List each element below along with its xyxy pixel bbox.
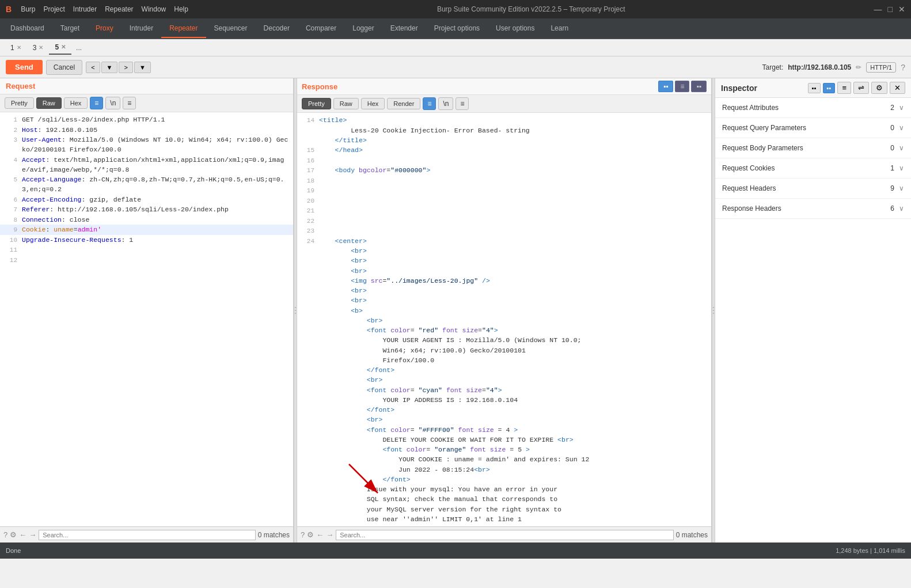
inspector-view-btn-2[interactable]: ▪▪ xyxy=(823,83,836,93)
response-render-button[interactable]: Render xyxy=(387,98,420,109)
request-newline-icon[interactable]: \n xyxy=(105,97,120,109)
response-line-delete: DELETE YOUR COOKIE OR WAIT FOR IT TO EXP… xyxy=(297,435,711,445)
titlebar-menu: Burp Project Intruder Repeater Window He… xyxy=(21,5,188,13)
tab-project-options[interactable]: Project options xyxy=(426,20,488,38)
response-line-br3: <br> xyxy=(297,266,711,276)
repeater-tab-5[interactable]: 5 ✕ xyxy=(49,41,71,55)
close-tab-3-icon[interactable]: ✕ xyxy=(39,44,43,51)
panels-row: Request Pretty Raw Hex ≡ \n ≡ 1 GET /sql… xyxy=(0,78,911,543)
response-hex-button[interactable]: Hex xyxy=(361,98,385,109)
request-hex-button[interactable]: Hex xyxy=(64,97,88,109)
response-settings-icon[interactable]: ⚙ xyxy=(307,530,314,539)
response-raw-button[interactable]: Raw xyxy=(333,98,359,109)
response-line-24: 24 <center> xyxy=(297,236,711,246)
response-search-input[interactable] xyxy=(336,530,673,540)
response-line-br5: <br> xyxy=(297,295,711,305)
tab-proxy[interactable]: Proxy xyxy=(88,20,122,38)
inspector-view-btn-1[interactable]: ▪▪ xyxy=(808,83,821,93)
inspector-row-request-attributes[interactable]: Request Attributes 2 ∨ xyxy=(715,98,911,118)
response-line-21: 21 xyxy=(297,206,711,216)
tab-decoder[interactable]: Decoder xyxy=(256,20,298,38)
nav-prev-dropdown[interactable]: ▼ xyxy=(101,62,118,73)
tab-learn[interactable]: Learn xyxy=(542,20,576,38)
edit-target-icon[interactable]: ✏ xyxy=(856,63,861,71)
response-panel-title: Response xyxy=(302,82,337,91)
request-line-3: 3 User-Agent: Mozilla/5.0 (Windows NT 10… xyxy=(0,135,293,155)
maximize-button[interactable]: □ xyxy=(888,5,893,14)
inspector-row-body-params[interactable]: Request Body Parameters 0 ∨ xyxy=(715,138,911,158)
repeater-tab-1[interactable]: 1 ✕ xyxy=(5,41,27,54)
tab-repeater[interactable]: Repeater xyxy=(161,20,206,38)
menu-burp[interactable]: Burp xyxy=(21,5,35,13)
tab-user-options[interactable]: User options xyxy=(488,20,542,38)
response-line-font-orange: <font color= "orange" font size = 5 > xyxy=(297,445,711,454)
response-line-20: 20 xyxy=(297,196,711,206)
tab-intruder[interactable]: Intruder xyxy=(122,20,161,38)
tab-target[interactable]: Target xyxy=(52,20,88,38)
response-line-br7: <br> xyxy=(297,375,711,385)
close-tab-5-icon[interactable]: ✕ xyxy=(61,44,66,50)
request-pretty-button[interactable]: Pretty xyxy=(5,97,34,109)
tab-sequencer[interactable]: Sequencer xyxy=(206,20,256,38)
response-table-icon[interactable]: ≡ xyxy=(423,97,436,110)
response-line-br8: <br> xyxy=(297,415,711,424)
send-button[interactable]: Send xyxy=(6,60,43,74)
request-help-icon[interactable]: ? xyxy=(3,530,7,539)
tab-dashboard[interactable]: Dashboard xyxy=(2,20,52,38)
tab-extender[interactable]: Extender xyxy=(382,20,426,38)
response-panel-header-row: Response ▪▪ ≡ ▪▪ xyxy=(297,78,711,95)
request-line-9: 9 Cookie: uname=admin' xyxy=(0,225,293,235)
tab-comparer[interactable]: Comparer xyxy=(298,20,344,38)
menu-window[interactable]: Window xyxy=(142,5,166,13)
request-nav-prev-icon[interactable]: ← xyxy=(19,530,26,539)
nav-next-button[interactable]: > xyxy=(119,62,132,73)
request-table-icon[interactable]: ≡ xyxy=(90,97,103,109)
inspector-row-resp-headers[interactable]: Response Headers 6 ∨ xyxy=(715,199,911,219)
repeater-tab-3[interactable]: 3 ✕ xyxy=(27,41,50,54)
request-nav-next-icon[interactable]: → xyxy=(29,530,36,539)
cancel-button[interactable]: Cancel xyxy=(46,60,82,75)
inspector-settings-icon[interactable]: ⚙ xyxy=(871,82,887,94)
menu-repeater[interactable]: Repeater xyxy=(105,5,133,13)
menu-intruder[interactable]: Intruder xyxy=(73,5,97,13)
inspector-row-req-headers[interactable]: Request Headers 9 ∨ xyxy=(715,179,911,199)
menu-help[interactable]: Help xyxy=(174,5,188,13)
inspector-close-icon[interactable]: ✕ xyxy=(890,82,905,94)
more-tabs-button[interactable]: ... xyxy=(71,41,86,54)
help-icon[interactable]: ? xyxy=(901,63,905,72)
response-toggle-split-icon[interactable]: ▪▪ xyxy=(658,81,674,92)
http-version-badge[interactable]: HTTP/1 xyxy=(866,62,896,73)
request-code-area[interactable]: 1 GET /sqli/Less-20/index.php HTTP/1.1 2… xyxy=(0,112,293,526)
response-toggle-horizontal-icon[interactable]: ≡ xyxy=(675,81,689,92)
response-help-icon[interactable]: ? xyxy=(301,530,305,539)
menu-project[interactable]: Project xyxy=(43,5,64,13)
response-line-b: <b> xyxy=(297,306,711,316)
close-tab-1-icon[interactable]: ✕ xyxy=(17,44,21,51)
target-url: http://192.168.0.105 xyxy=(788,63,851,71)
request-wrap-icon[interactable]: ≡ xyxy=(123,97,136,109)
response-newline-icon[interactable]: \n xyxy=(438,97,453,110)
nav-prev-button[interactable]: < xyxy=(86,62,100,73)
close-button[interactable]: ✕ xyxy=(898,5,905,14)
nav-next-dropdown[interactable]: ▼ xyxy=(134,62,151,73)
request-line-5: 5 Accept-Language: zh-CN,zh;q=0.8,zh-TW;… xyxy=(0,174,293,195)
response-nav-prev-icon[interactable]: ← xyxy=(316,530,324,539)
inspector-list-icon[interactable]: ≡ xyxy=(837,82,851,94)
response-line-cookie2: Jun 2022 - 08:15:24<br> xyxy=(297,465,711,475)
minimize-button[interactable]: — xyxy=(874,5,882,14)
request-line-4: 4 Accept: text/html,application/xhtml+xm… xyxy=(0,155,293,175)
inspector-row-query-params[interactable]: Request Query Parameters 0 ∨ xyxy=(715,118,911,138)
response-wrap-icon[interactable]: ≡ xyxy=(456,97,469,110)
request-settings-icon[interactable]: ⚙ xyxy=(10,530,17,539)
request-search-input[interactable] xyxy=(39,530,255,540)
tab-logger[interactable]: Logger xyxy=(344,20,382,38)
response-pretty-button[interactable]: Pretty xyxy=(302,98,331,109)
inspector-row-cookies[interactable]: Request Cookies 1 ∨ xyxy=(715,158,911,179)
response-nav-next-icon[interactable]: → xyxy=(326,530,333,539)
response-toggle-vertical-icon[interactable]: ▪▪ xyxy=(691,81,707,92)
inspector-split-icon[interactable]: ⇌ xyxy=(853,82,869,94)
request-raw-button[interactable]: Raw xyxy=(36,97,62,109)
request-line-7: 7 Referer: http://192.168.0.105/sqli/Les… xyxy=(0,204,293,215)
request-line-12: 12 xyxy=(0,255,293,265)
response-code-area[interactable]: 14 <title> Less-20 Cookie Injection- Err… xyxy=(297,113,711,526)
